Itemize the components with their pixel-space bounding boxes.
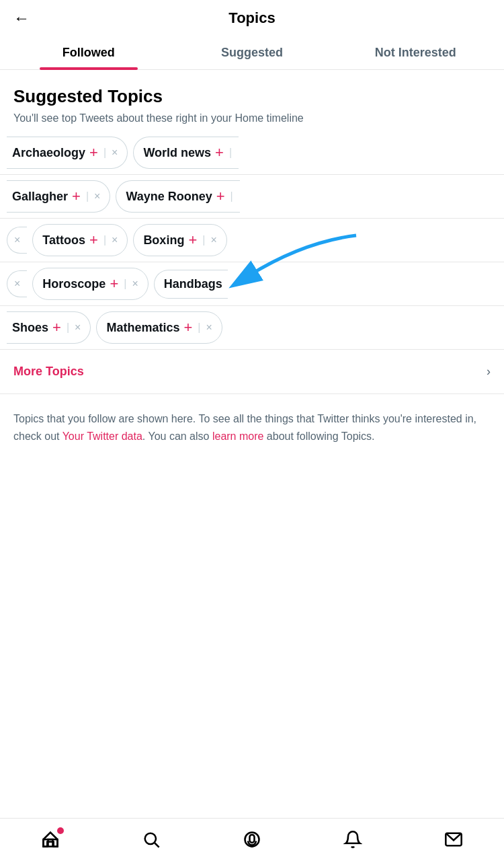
info-section: Topics that you follow are shown here. T…	[0, 394, 504, 461]
archaeology-x-icon[interactable]: ×	[112, 147, 118, 159]
page-title: Topics	[13, 9, 491, 27]
sep: |	[67, 322, 69, 334]
nav-home[interactable]	[30, 822, 71, 862]
learn-more-link[interactable]: learn more	[212, 430, 263, 442]
topic-label-gallagher: Gallagher	[12, 190, 68, 204]
tabs-bar: Followed Suggested Not Interested	[0, 36, 504, 70]
header: ← Topics	[0, 0, 504, 36]
gallagher-x-icon[interactable]: ×	[94, 190, 100, 202]
notifications-icon	[343, 830, 362, 854]
sep: |	[229, 147, 232, 159]
nav-messages[interactable]	[433, 822, 474, 862]
topic-row-4: × Horoscope + | × Handbags	[0, 262, 504, 306]
boxing-x-icon[interactable]: ×	[210, 234, 216, 246]
stub-pill-left: ×	[7, 227, 27, 254]
horoscope-x-icon[interactable]: ×	[132, 278, 138, 290]
topic-row-2: Gallagher + | × Wayne Rooney + |	[0, 175, 504, 219]
topic-label-wayne-rooney: Wayne Rooney	[126, 190, 212, 204]
tab-followed[interactable]: Followed	[7, 36, 170, 69]
sep: |	[202, 234, 205, 246]
topic-pill-wayne-rooney[interactable]: Wayne Rooney + |	[116, 180, 239, 213]
sep: |	[86, 190, 89, 202]
search-icon	[142, 830, 161, 854]
twitter-data-link[interactable]: Your Twitter data	[62, 430, 142, 442]
spaces-icon	[243, 830, 261, 854]
sep: |	[103, 147, 106, 159]
topic-pill-archaeology[interactable]: Archaeology + | ×	[7, 137, 128, 169]
tattoos-plus-icon[interactable]: +	[89, 231, 98, 249]
mathematics-plus-icon[interactable]: +	[183, 319, 192, 336]
topic-row-3: × Tattoos + | × Boxing + | ×	[0, 219, 504, 262]
shoes-x-icon[interactable]: ×	[75, 322, 81, 334]
nav-spaces[interactable]	[232, 822, 272, 862]
topic-label-handbags: Handbags	[164, 277, 222, 291]
topic-pill-mathematics[interactable]: Mathematics + | ×	[96, 311, 222, 344]
suggested-section-header: Suggested Topics You'll see top Tweets a…	[0, 70, 504, 131]
messages-icon	[444, 830, 463, 854]
svg-rect-1	[44, 839, 58, 847]
topic-label-world-news: World news	[143, 146, 211, 160]
nav-search[interactable]	[131, 822, 171, 862]
topic-pill-horoscope[interactable]: Horoscope + | ×	[32, 268, 148, 300]
topic-pill-boxing[interactable]: Boxing + | ×	[133, 224, 226, 256]
wayne-rooney-plus-icon[interactable]: +	[216, 188, 225, 205]
topic-row-1: Archaeology + | × World news + |	[0, 131, 504, 175]
horoscope-plus-icon[interactable]: +	[110, 275, 118, 293]
topic-label-mathematics: Mathematics	[106, 321, 179, 335]
sep: |	[103, 234, 106, 246]
shoes-plus-icon[interactable]: +	[52, 319, 61, 336]
tab-suggested[interactable]: Suggested	[170, 36, 333, 69]
sep: |	[124, 278, 126, 290]
archaeology-plus-icon[interactable]: +	[89, 144, 98, 161]
back-button[interactable]: ←	[13, 9, 30, 28]
topic-pill-world-news[interactable]: World news + |	[133, 137, 239, 169]
home-icon	[41, 830, 60, 854]
topic-label-boxing: Boxing	[143, 233, 184, 248]
info-text-after: about following Topics.	[263, 430, 374, 442]
tattoos-x-icon[interactable]: ×	[112, 234, 118, 246]
topics-container: Archaeology + | × World news + | Gallagh…	[0, 131, 504, 350]
boxing-plus-icon[interactable]: +	[188, 231, 197, 249]
nav-notifications[interactable]	[333, 822, 373, 862]
sep: |	[230, 190, 233, 202]
svg-point-2	[145, 833, 156, 844]
topic-pill-shoes[interactable]: Shoes + | ×	[7, 311, 91, 344]
topic-pill-handbags[interactable]: Handbags	[154, 270, 228, 299]
topic-label-tattoos: Tattoos	[42, 233, 85, 248]
topic-row-5: Shoes + | × Mathematics + | ×	[0, 306, 504, 350]
stub-x-icon[interactable]: ×	[14, 234, 20, 246]
stub-x-icon2[interactable]: ×	[14, 278, 20, 290]
mathematics-x-icon[interactable]: ×	[206, 322, 212, 334]
stub-pill-left2: ×	[7, 270, 27, 297]
suggested-title: Suggested Topics	[13, 86, 491, 107]
notification-dot	[57, 827, 64, 834]
tab-not-interested[interactable]: Not Interested	[334, 36, 497, 69]
topic-label-shoes: Shoes	[12, 321, 48, 335]
more-topics-button[interactable]: More Topics ›	[0, 350, 504, 394]
more-topics-label: More Topics	[13, 365, 84, 379]
topic-label-horoscope: Horoscope	[42, 277, 106, 291]
topic-pill-tattoos[interactable]: Tattoos + | ×	[32, 224, 128, 256]
suggested-subtitle: You'll see top Tweets about these right …	[13, 111, 491, 126]
world-news-plus-icon[interactable]: +	[215, 144, 224, 161]
svg-line-3	[155, 843, 159, 847]
topic-label-archaeology: Archaeology	[12, 146, 85, 160]
sep: |	[198, 322, 200, 334]
topic-pill-gallagher[interactable]: Gallagher + | ×	[7, 180, 110, 213]
bottom-nav	[0, 818, 504, 865]
more-topics-chevron-icon: ›	[487, 365, 491, 379]
info-text-middle: . You can also	[142, 430, 212, 442]
gallagher-plus-icon[interactable]: +	[72, 188, 81, 205]
